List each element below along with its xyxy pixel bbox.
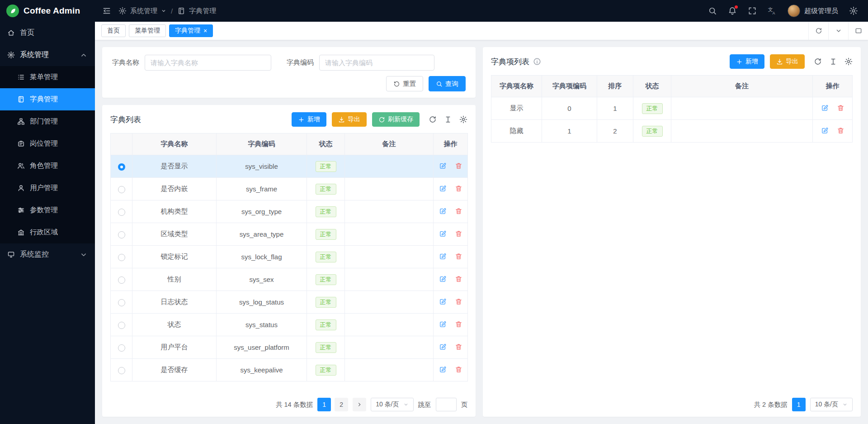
delete-icon[interactable]: [455, 298, 462, 305]
sidebar-item-menu[interactable]: 菜单管理: [0, 66, 95, 88]
delete-icon[interactable]: [455, 207, 462, 215]
dict-row[interactable]: 状态 sys_status 正常: [111, 314, 468, 336]
dict-name-input[interactable]: [145, 55, 271, 71]
delete-icon[interactable]: [455, 162, 462, 170]
avatar[interactable]: [788, 5, 800, 17]
density-icon[interactable]: [444, 115, 452, 124]
refresh-table-icon[interactable]: [429, 115, 437, 124]
settings-gear-icon[interactable]: [849, 6, 858, 15]
dict-row[interactable]: 用户平台 sys_user_platform 正常: [111, 336, 468, 359]
jump-page-input[interactable]: [436, 398, 457, 411]
delete-icon[interactable]: [455, 185, 462, 192]
search-icon[interactable]: [708, 6, 717, 15]
column-settings-icon[interactable]: [844, 57, 853, 66]
dict-name-cell: 用户平台: [132, 336, 217, 359]
next-page-button[interactable]: [353, 398, 366, 411]
row-select-radio[interactable]: [118, 322, 125, 329]
dict-item-row[interactable]: 隐藏 1 2 正常: [491, 120, 853, 143]
dict-row[interactable]: 机构类型 sys_org_type 正常: [111, 200, 468, 223]
remark-cell: [345, 359, 434, 381]
page-button-2[interactable]: 2: [335, 398, 348, 411]
dict-row[interactable]: 是否内嵌 sys_frame 正常: [111, 178, 468, 200]
delete-icon[interactable]: [455, 230, 462, 238]
row-select-radio[interactable]: [118, 254, 125, 261]
row-select-radio[interactable]: [118, 276, 125, 284]
tab-options-chevron-icon[interactable]: [828, 22, 848, 40]
tab-0[interactable]: 首页: [101, 24, 126, 37]
edit-icon[interactable]: [439, 275, 447, 283]
edit-icon[interactable]: [439, 343, 447, 351]
sidebar-item-system[interactable]: 系统管理: [0, 44, 95, 66]
translate-icon[interactable]: [768, 6, 777, 15]
row-select-radio[interactable]: [118, 344, 125, 352]
edit-icon[interactable]: [439, 162, 447, 170]
sidebar-item-user[interactable]: 用户管理: [0, 177, 95, 199]
row-select-radio[interactable]: [118, 231, 125, 238]
delete-icon[interactable]: [455, 252, 462, 260]
add-dict-item-button[interactable]: 新增: [730, 54, 764, 69]
row-select-radio[interactable]: [118, 209, 125, 216]
sidebar-item-monitor[interactable]: 系统监控: [0, 243, 95, 266]
density-icon[interactable]: [829, 57, 837, 66]
refresh-page-icon[interactable]: [808, 22, 828, 40]
dict-row[interactable]: 日志状态 sys_log_status 正常: [111, 291, 468, 314]
dict-name-cell: 性别: [132, 268, 217, 291]
row-select-radio[interactable]: [118, 163, 125, 171]
dict-row[interactable]: 锁定标记 sys_lock_flag 正常: [111, 246, 468, 268]
sidebar-collapse-icon[interactable]: [102, 6, 111, 15]
edit-icon[interactable]: [439, 298, 447, 305]
dict-row[interactable]: 是否显示 sys_visible 正常: [111, 155, 468, 178]
add-dict-button[interactable]: 新增: [292, 112, 326, 127]
reset-button[interactable]: 重置: [386, 76, 423, 91]
dict-code-cell: sys_area_type: [217, 223, 307, 246]
export-dict-button[interactable]: 导出: [332, 112, 367, 127]
sidebar-item-region[interactable]: 行政区域: [0, 221, 95, 243]
tab-1[interactable]: 菜单管理: [129, 24, 166, 37]
edit-icon[interactable]: [439, 207, 447, 215]
tab-close-icon[interactable]: ×: [203, 28, 207, 34]
delete-icon[interactable]: [455, 275, 462, 283]
edit-icon[interactable]: [439, 366, 447, 373]
edit-icon[interactable]: [821, 127, 829, 134]
sidebar-item-param[interactable]: 参数管理: [0, 199, 95, 221]
row-select-radio[interactable]: [118, 367, 125, 374]
edit-icon[interactable]: [439, 320, 447, 328]
dict-row[interactable]: 性别 sys_sex 正常: [111, 268, 468, 291]
dict-row[interactable]: 区域类型 sys_area_type 正常: [111, 223, 468, 246]
sidebar-item-dept[interactable]: 部门管理: [0, 110, 95, 133]
delete-icon[interactable]: [455, 320, 462, 328]
query-button[interactable]: 查询: [429, 76, 466, 91]
row-select-radio[interactable]: [118, 186, 125, 193]
fullscreen-icon[interactable]: [748, 6, 757, 15]
edit-icon[interactable]: [821, 104, 829, 112]
dict-row[interactable]: 是否缓存 sys_keepalive 正常: [111, 359, 468, 381]
column-settings-icon[interactable]: [459, 115, 467, 124]
edit-icon[interactable]: [439, 230, 447, 238]
dict-item-row[interactable]: 显示 0 1 正常: [491, 97, 853, 120]
delete-icon[interactable]: [837, 104, 844, 112]
page-button-1[interactable]: 1: [317, 398, 331, 411]
refresh-cache-button[interactable]: 刷新缓存: [372, 112, 420, 127]
delete-icon[interactable]: [455, 343, 462, 351]
delete-icon[interactable]: [455, 366, 462, 373]
delete-icon[interactable]: [837, 127, 844, 134]
edit-icon[interactable]: [439, 252, 447, 260]
notification-bell-icon[interactable]: [728, 6, 737, 15]
refresh-table-icon[interactable]: [814, 57, 822, 66]
sidebar-item-home[interactable]: 首页: [0, 22, 95, 44]
sidebar-item-role[interactable]: 角色管理: [0, 155, 95, 177]
user-menu[interactable]: 超级管理员: [788, 5, 838, 17]
item-code-cell: 1: [542, 120, 597, 143]
page-size-select[interactable]: 10 条/页: [371, 398, 413, 411]
sidebar-item-dict[interactable]: 字典管理: [0, 88, 95, 110]
row-select-radio[interactable]: [118, 299, 125, 306]
sidebar-item-post[interactable]: 岗位管理: [0, 133, 95, 155]
tab-2[interactable]: 字典管理 ×: [169, 24, 213, 37]
breadcrumb-system[interactable]: 系统管理: [130, 7, 157, 15]
dict-code-input[interactable]: [319, 55, 434, 71]
export-dict-item-button[interactable]: 导出: [770, 54, 805, 69]
maximize-content-icon[interactable]: [848, 22, 868, 40]
edit-icon[interactable]: [439, 185, 447, 192]
page-size-select[interactable]: 10 条/页: [810, 398, 853, 411]
page-button-1[interactable]: 1: [792, 398, 806, 411]
